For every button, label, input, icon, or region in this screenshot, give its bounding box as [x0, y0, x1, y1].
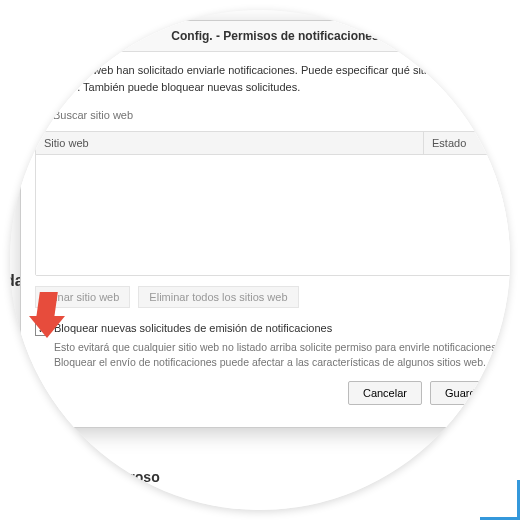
dialog-header: Config. - Permisos de notificaciones — [21, 21, 510, 52]
intro-text: entes sitios web han solicitado enviarle… — [35, 62, 510, 95]
block-requests-row: ✓ Bloquear nuevas solicitudes de emisión… — [35, 322, 510, 336]
column-site[interactable]: Sitio web — [36, 132, 424, 154]
search-icon — [35, 109, 47, 121]
remove-buttons-row: minar sitio web Eliminar todos los sitio… — [35, 286, 510, 308]
block-requests-description: Esto evitará que cualquier sitio web no … — [54, 340, 510, 369]
table-body-empty — [36, 155, 510, 275]
search-row — [35, 105, 510, 125]
permissions-dialog: Config. - Permisos de notificaciones ent… — [20, 20, 510, 428]
column-status[interactable]: Estado — [424, 132, 510, 154]
dialog-buttons: Cancelar Guardar ca — [35, 381, 510, 417]
dialog-title: Config. - Permisos de notificaciones — [21, 29, 510, 43]
block-requests-label: Bloquear nuevas solicitudes de emisión d… — [54, 322, 332, 334]
bg-text-peligroso: e peligroso — [85, 469, 160, 485]
svg-line-1 — [43, 117, 46, 120]
remove-all-sites-button[interactable]: Eliminar todos los sitios web — [138, 286, 298, 308]
checkmark-icon: ✓ — [38, 325, 46, 335]
dialog-body: entes sitios web han solicitado enviarle… — [21, 52, 510, 427]
save-button[interactable]: Guardar ca — [430, 381, 510, 405]
block-requests-checkbox[interactable]: ✓ — [35, 323, 48, 336]
circular-crop: dat e peligroso Config. - Permisos de no… — [10, 10, 510, 510]
corner-decoration — [480, 480, 520, 520]
sites-table: Sitio web Estado — [35, 131, 510, 276]
cancel-button[interactable]: Cancelar — [348, 381, 422, 405]
svg-point-0 — [37, 111, 45, 119]
remove-site-button[interactable]: minar sitio web — [35, 286, 130, 308]
search-input[interactable] — [53, 109, 510, 121]
table-header: Sitio web Estado — [36, 132, 510, 155]
